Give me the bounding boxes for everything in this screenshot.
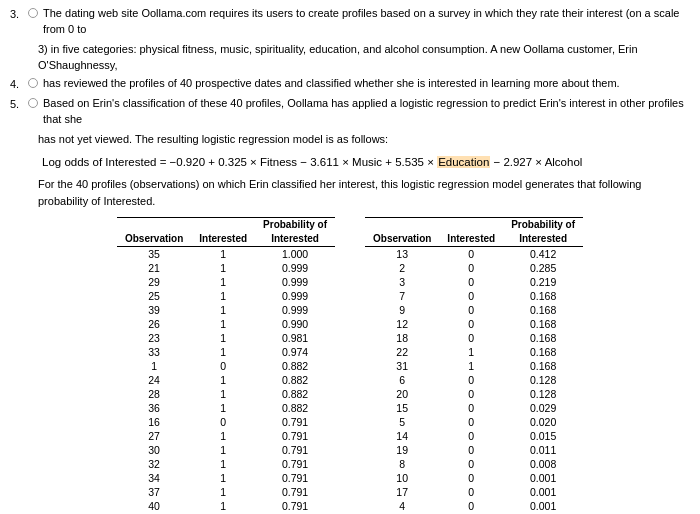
table-cell: 0.981 [255, 331, 335, 345]
table-cell: 1 [191, 317, 255, 331]
table-cell: 0.168 [503, 289, 583, 303]
table-cell: 0.001 [503, 499, 583, 513]
table-row: 2910.999 [117, 275, 335, 289]
table-cell: 0 [439, 457, 503, 471]
table-cell: 0.008 [503, 457, 583, 471]
table-cell: 8 [365, 457, 439, 471]
table-cell: 0.412 [503, 247, 583, 262]
table-cell: 20 [365, 387, 439, 401]
table-cell: 0.168 [503, 345, 583, 359]
line-5: 5. Based on Erin's classification of the… [10, 96, 690, 128]
line-3-cont: 3) in five categories: physical fitness,… [38, 42, 690, 74]
table-cell: 1 [191, 261, 255, 275]
table-cell: 16 [117, 415, 191, 429]
table-cell: 0.001 [503, 485, 583, 499]
col3-sub: Interested [255, 232, 335, 247]
table-cell: 0 [439, 471, 503, 485]
line-4-text: has reviewed the profiles of 40 prospect… [43, 76, 690, 92]
table-row: 1800.168 [365, 331, 583, 345]
table-row: 3610.882 [117, 401, 335, 415]
table-cell: 0 [191, 415, 255, 429]
table-cell: 0.999 [255, 289, 335, 303]
line-3-cont-text: 3) in five categories: physical fitness,… [38, 42, 690, 74]
table-cell: 1 [117, 359, 191, 373]
table-cell: 33 [117, 345, 191, 359]
table-row: 600.128 [365, 373, 583, 387]
table-cell: 0.219 [503, 275, 583, 289]
line-number-3: 3. [10, 6, 28, 22]
table-row: 1900.011 [365, 443, 583, 457]
table-cell: 0.791 [255, 499, 335, 513]
table-cell: 0 [439, 303, 503, 317]
table-row: 4010.791 [117, 499, 335, 513]
table-cell: 22 [365, 345, 439, 359]
table-row: 3110.168 [365, 359, 583, 373]
table-cell: 1 [191, 387, 255, 401]
table-row: 200.285 [365, 261, 583, 275]
col3-header-line1: Probability of [255, 218, 335, 233]
table-row: 3511.000 [117, 247, 335, 262]
table-cell: 9 [365, 303, 439, 317]
col6-sub: Interested [503, 232, 583, 247]
table-cell: 2 [365, 261, 439, 275]
table-row: 3410.791 [117, 471, 335, 485]
table-cell: 0.882 [255, 401, 335, 415]
table-cell: 1 [191, 331, 255, 345]
table-row: 1500.029 [365, 401, 583, 415]
table-cell: 0.168 [503, 331, 583, 345]
table-cell: 1.000 [255, 247, 335, 262]
table-cell: 0.168 [503, 359, 583, 373]
table-cell: 21 [117, 261, 191, 275]
table-cell: 0 [191, 359, 255, 373]
table-cell: 5 [365, 415, 439, 429]
line-number-5: 5. [10, 96, 28, 112]
table-cell: 0.015 [503, 429, 583, 443]
table-row: 3910.999 [117, 303, 335, 317]
table-row: 3210.791 [117, 457, 335, 471]
table-cell: 18 [365, 331, 439, 345]
table-cell: 12 [365, 317, 439, 331]
table-cell: 4 [365, 499, 439, 513]
table-cell: 23 [117, 331, 191, 345]
col5-header [439, 218, 503, 233]
table-row: 1000.001 [365, 471, 583, 485]
table-cell: 0 [439, 373, 503, 387]
table-cell: 1 [191, 457, 255, 471]
table-row: 3310.974 [117, 345, 335, 359]
table-cell: 1 [191, 373, 255, 387]
left-table: Probability of Observation Interested In… [117, 217, 335, 514]
table-row: 2510.999 [117, 289, 335, 303]
table-cell: 39 [117, 303, 191, 317]
col2-sub: Interested [191, 232, 255, 247]
table-cell: 13 [365, 247, 439, 262]
table-row: 1600.791 [117, 415, 335, 429]
table-cell: 0.791 [255, 415, 335, 429]
col4-sub: Observation [365, 232, 439, 247]
table-cell: 19 [365, 443, 439, 457]
table-row: 1700.001 [365, 485, 583, 499]
table-cell: 0.001 [503, 471, 583, 485]
table-row: 2110.999 [117, 261, 335, 275]
table-cell: 24 [117, 373, 191, 387]
table-cell: 1 [191, 275, 255, 289]
col4-header [365, 218, 439, 233]
table-row: 3010.791 [117, 443, 335, 457]
table-row: 2710.791 [117, 429, 335, 443]
table-cell: 0 [439, 387, 503, 401]
table-cell: 1 [191, 499, 255, 513]
table-cell: 0.974 [255, 345, 335, 359]
table-cell: 0 [439, 331, 503, 345]
table-cell: 6 [365, 373, 439, 387]
table-row: 1400.015 [365, 429, 583, 443]
table-row: 2610.990 [117, 317, 335, 331]
table-cell: 0.882 [255, 387, 335, 401]
table-cell: 17 [365, 485, 439, 499]
table-cell: 0.990 [255, 317, 335, 331]
table-cell: 1 [191, 247, 255, 262]
table-cell: 1 [191, 471, 255, 485]
table-cell: 0 [439, 275, 503, 289]
table-cell: 0.791 [255, 457, 335, 471]
table-row: 3710.791 [117, 485, 335, 499]
table-row: 500.020 [365, 415, 583, 429]
table-cell: 7 [365, 289, 439, 303]
